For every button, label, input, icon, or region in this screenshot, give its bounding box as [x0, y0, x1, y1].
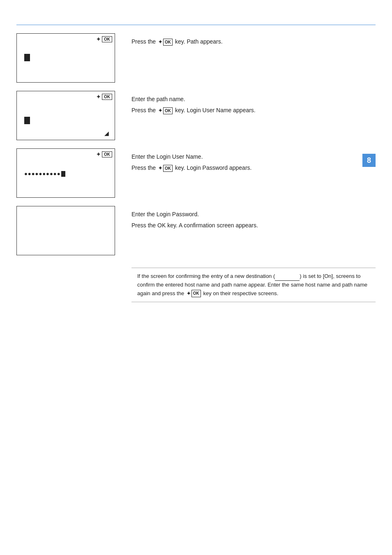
ok-box-2: OK	[102, 94, 112, 100]
text-after-3: key. Login Password appears.	[175, 164, 252, 171]
instruction-plain-2a: Enter the path name.	[131, 95, 376, 104]
instruction-plain-3a: Enter the Login User Name.	[131, 153, 376, 161]
ok-key-inline-2: ✦ OK	[158, 107, 173, 114]
nav-cross-1: ✦	[96, 36, 101, 42]
ok-key-inline-note: ✦ OK	[187, 290, 201, 298]
instruction-press-1: Press the ✦ OK key. Path appears.	[131, 37, 376, 46]
text-after-1: key. Path appears.	[175, 38, 223, 45]
instruction-row-3: ✦ OK ●●●●●●●●●● Enter the Login User Nam…	[16, 148, 376, 198]
screen-box-1: ✦ OK	[16, 33, 115, 83]
ok-key-inline-1: ✦ OK	[158, 38, 173, 46]
instruction-plain-4b: Press the OK key. A confirmation screen …	[131, 221, 376, 230]
nav-inline-note: ✦	[187, 290, 191, 298]
nav-cross-3: ✦	[96, 151, 101, 157]
ok-box-1: OK	[102, 36, 112, 42]
ok-key-inline-3: ✦ OK	[158, 164, 173, 172]
instruction-row-1: ✦ OK Press the ✦ OK key. Path appears.	[16, 33, 376, 83]
cursor-block-2	[24, 117, 30, 124]
ok-indicator-1: ✦ OK	[96, 36, 112, 42]
cursor-block-3	[61, 171, 65, 177]
note-part-3: key on their respective screens.	[203, 290, 278, 296]
right-area-1: Press the ✦ OK key. Path appears.	[131, 33, 376, 46]
instruction-text-1: Press the ✦ OK key. Path appears.	[131, 33, 376, 46]
ok-box-inline-3: OK	[163, 165, 173, 172]
note-container: If the screen for confirming the entry o…	[131, 264, 376, 310]
right-area-4: Enter the Login Password. Press the OK k…	[131, 206, 376, 230]
ok-box-inline-note: OK	[191, 290, 201, 297]
instruction-press-2: Press the ✦ OK key. Login User Name appe…	[131, 106, 376, 115]
ok-box-inline-1: OK	[163, 39, 173, 46]
text-before-1: Press the	[131, 38, 156, 45]
section-badge: 8	[362, 154, 376, 167]
screen-box-2: ✦ OK ◢	[16, 91, 115, 140]
text-before-3: Press the	[131, 164, 156, 171]
instruction-press-3: Press the ✦ OK key. Login Password appea…	[131, 164, 376, 172]
cursor-block-1	[24, 54, 30, 61]
text-after-2: key. Login User Name appears.	[175, 107, 256, 113]
right-area-2: Enter the path name. Press the ✦ OK key.…	[131, 91, 376, 115]
screen-box-4	[16, 206, 115, 255]
instruction-row-2: ✦ OK ◢ Enter the path name. Press the ✦	[16, 91, 376, 140]
instruction-row-4: Enter the Login Password. Press the OK k…	[16, 206, 376, 255]
note-blank	[275, 275, 300, 281]
ok-box-3: OK	[102, 151, 112, 157]
nav-inline-1: ✦	[158, 38, 162, 46]
corner-mark-2: ◢	[104, 130, 109, 136]
instruction-text-2: Enter the path name. Press the ✦ OK key.…	[131, 91, 376, 115]
text-before-2: Press the	[131, 107, 156, 113]
ok-indicator-2: ✦ OK	[96, 94, 112, 100]
nav-cross-2: ✦	[96, 94, 101, 100]
password-dots-3: ●●●●●●●●●●	[24, 171, 61, 177]
instruction-plain-4a: Enter the Login Password.	[131, 210, 376, 219]
content-area: ✦ OK Press the ✦ OK key. Path appears.	[0, 25, 392, 343]
page-container: ✦ OK Press the ✦ OK key. Path appears.	[0, 25, 392, 555]
note-part-1: If the screen for confirming the entry o…	[137, 273, 275, 279]
right-area-3: Enter the Login User Name. Press the ✦ O…	[131, 148, 376, 172]
instruction-text-3: Enter the Login User Name. Press the ✦ O…	[131, 148, 376, 172]
nav-inline-3: ✦	[158, 164, 162, 172]
note-text: If the screen for confirming the entry o…	[137, 272, 370, 298]
ok-box-inline-2: OK	[163, 107, 173, 114]
note-box: If the screen for confirming the entry o…	[131, 268, 376, 302]
instruction-text-4: Enter the Login Password. Press the OK k…	[131, 206, 376, 230]
nav-inline-2: ✦	[158, 107, 162, 114]
ok-indicator-3: ✦ OK	[96, 151, 112, 157]
screen-box-3: ✦ OK ●●●●●●●●●●	[16, 148, 115, 198]
